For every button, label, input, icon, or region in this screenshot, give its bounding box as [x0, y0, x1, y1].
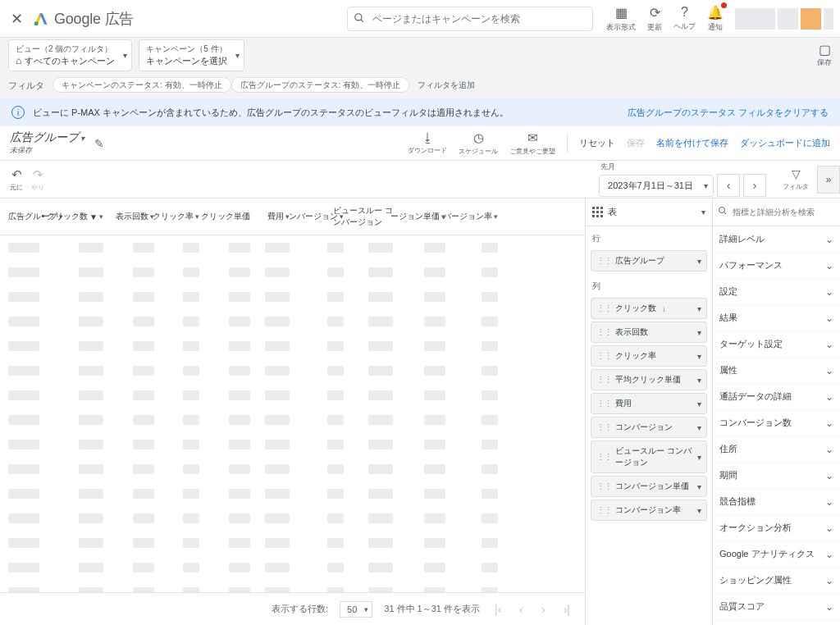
column-metric-chip[interactable]: ⋮⋮コンバージョン率▾ [591, 500, 707, 521]
page-first-button: |‹ [491, 603, 504, 616]
row-dimension-chip[interactable]: ⋮⋮ 広告グループ ▾ [591, 250, 707, 271]
metric-group[interactable]: パフォーマンス⌄ [713, 253, 840, 279]
metric-group[interactable]: 通話データの詳細⌄ [713, 384, 840, 410]
metric-group[interactable]: 入札単価シミュレーション⌄ [713, 620, 840, 625]
edit-icon[interactable]: ✎ [94, 137, 104, 150]
column-header[interactable]: クリック単価 [203, 198, 253, 235]
metric-group[interactable]: ショッピング属性⌄ [713, 568, 840, 594]
table-row[interactable] [0, 506, 585, 531]
chevron-down-icon: ⌄ [825, 444, 833, 455]
metric-group[interactable]: 詳細レベル⌄ [713, 226, 840, 253]
rows-per-page-selector[interactable]: 50▾ [340, 601, 372, 618]
column-metric-chip[interactable]: ⋮⋮平均クリック単価▾ [591, 369, 707, 390]
table-row[interactable] [0, 260, 585, 285]
metric-group[interactable]: Google アナリティクス⌄ [713, 541, 840, 568]
notifications-button[interactable]: 🔔通知 [707, 5, 724, 33]
metric-group[interactable]: オークション分析⌄ [713, 515, 840, 541]
table-row[interactable] [0, 285, 585, 309]
view-selector[interactable]: ビュー（2 個のフィルタ） ⌂すべてのキャンペーン ▾ [8, 39, 132, 71]
table-cell [0, 243, 64, 253]
metric-group[interactable]: 期間⌄ [713, 463, 840, 489]
metric-group[interactable]: 競合指標⌄ [713, 489, 840, 515]
table-cell [293, 317, 347, 326]
table-row[interactable] [0, 481, 585, 506]
global-search-input[interactable] [347, 7, 593, 31]
column-metric-chip[interactable]: ⋮⋮クリック率▾ [591, 345, 707, 367]
table-row[interactable] [0, 457, 585, 481]
expand-panel-button[interactable]: » [817, 166, 840, 194]
add-filter-button[interactable]: フィルタを追加 [418, 80, 475, 91]
clear-filter-link[interactable]: 広告グループのステータス フィルタをクリアする [628, 107, 829, 119]
chart-type-selector[interactable]: 表 ▾ [586, 198, 712, 226]
filter-pill[interactable]: キャンペーンのステータス: 有効、一時停止 [52, 77, 231, 93]
table-cell [203, 563, 253, 573]
metric-group[interactable]: 結果⌄ [713, 305, 840, 331]
account-switcher[interactable] [735, 8, 833, 30]
pagination-range: 31 件中 1～31 件を表示 [384, 603, 480, 615]
save-view-button[interactable]: ▢ 保存 [817, 42, 832, 68]
column-metric-chip[interactable]: ⋮⋮コンバージョン単価▾ [591, 476, 707, 497]
column-metric-chip[interactable]: ⋮⋮コンバージョン▾ [591, 417, 707, 438]
column-header[interactable]: バージョン率▾ [449, 198, 501, 235]
table-row[interactable] [0, 432, 585, 457]
table-cell [158, 267, 203, 277]
metric-group[interactable]: コンバージョン数⌄ [713, 410, 840, 436]
table-row[interactable] [0, 334, 585, 358]
svg-point-1 [355, 13, 362, 20]
schedule-icon: ◷ [473, 130, 484, 145]
filter-button[interactable]: ▽ フィルタ [783, 167, 809, 191]
date-next-button[interactable]: › [743, 174, 766, 197]
table-row[interactable] [0, 235, 585, 260]
display-format-button[interactable]: ▦表示形式 [606, 5, 636, 33]
column-header[interactable]: 費用▾ [253, 198, 293, 235]
reset-button[interactable]: リセット [579, 137, 615, 149]
svg-point-3 [719, 208, 725, 213]
help-button[interactable]: ?ヘルプ [673, 5, 696, 33]
column-header[interactable]: • クリック数▼▾ [64, 198, 107, 235]
column-metric-chip[interactable]: ⋮⋮費用▾ [591, 393, 707, 414]
chevron-down-icon: ▾ [697, 352, 701, 361]
chevron-down-icon: ⌄ [825, 417, 833, 429]
column-metric-chip[interactable]: ⋮⋮表示回数▾ [591, 322, 707, 343]
table-cell [449, 317, 501, 326]
schedule-button[interactable]: ◷スケジュール [459, 130, 498, 156]
metric-group[interactable]: ターゲット設定⌄ [713, 331, 840, 358]
add-to-dashboard-button[interactable]: ダッシュボードに追加 [740, 137, 830, 149]
table-cell [449, 538, 501, 548]
column-header[interactable]: クリック率▾ [158, 198, 203, 235]
metric-group[interactable]: 属性⌄ [713, 358, 840, 384]
sort-desc-icon: ▼ [89, 212, 98, 221]
filter-pill[interactable]: 広告グループのステータス: 有効、一時停止 [231, 77, 410, 93]
filter-label: フィルタ [8, 80, 44, 92]
table-row[interactable] [0, 309, 585, 334]
column-metric-chip[interactable]: ⋮⋮ビュースルー コンバージョン▾ [591, 440, 707, 473]
refresh-button[interactable]: ⟳更新 [647, 5, 662, 33]
column-header[interactable]: 表示回数▾ [107, 198, 158, 235]
table-row[interactable] [0, 358, 585, 383]
table-cell [107, 317, 158, 326]
metric-group[interactable]: 住所⌄ [713, 436, 840, 463]
table-row[interactable] [0, 580, 585, 592]
metric-group[interactable]: 品質スコア⌄ [713, 594, 840, 620]
metric-group[interactable]: 設定⌄ [713, 279, 840, 305]
date-prev-button[interactable]: ‹ [717, 174, 740, 197]
table-row[interactable] [0, 408, 585, 432]
table-row[interactable] [0, 531, 585, 555]
column-header[interactable]: ビュースルー コンバージョン [347, 198, 396, 235]
undo-button[interactable]: ↶元に [10, 167, 23, 192]
column-metric-chip[interactable]: ⋮⋮クリック数↓▾ [591, 298, 707, 319]
feedback-button[interactable]: ✉ご意見やご要望 [509, 130, 555, 156]
table-cell [293, 366, 347, 376]
table-row[interactable] [0, 383, 585, 408]
table-cell [158, 563, 203, 573]
close-icon[interactable]: ✕ [7, 9, 26, 29]
save-as-button[interactable]: 名前を付けて保存 [656, 137, 728, 149]
metrics-search-input[interactable] [733, 208, 837, 217]
report-title[interactable]: 広告グループ▾ 未保存 [10, 130, 84, 156]
table-row[interactable] [0, 555, 585, 580]
column-header[interactable]: ージョン単価▾ [396, 198, 449, 235]
date-range-selector[interactable]: 2023年7月1日～31日 ▾ [599, 175, 714, 197]
drag-handle-icon: ⋮⋮ [596, 375, 611, 385]
campaign-selector[interactable]: キャンペーン（5 件） キャンペーンを選択 ▾ [139, 39, 244, 71]
download-button[interactable]: ⭳ダウンロード [408, 130, 447, 156]
